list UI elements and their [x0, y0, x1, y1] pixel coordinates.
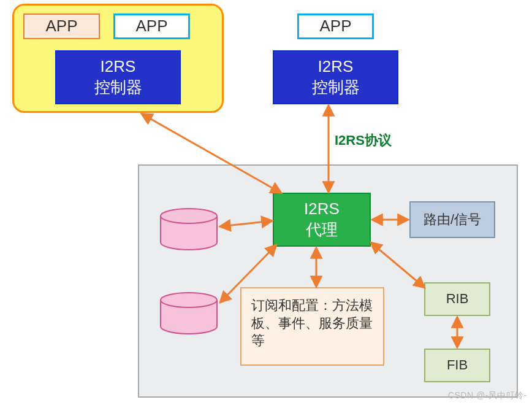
- i2rs-controller-left: I2RS 控制器: [55, 50, 181, 104]
- rib-label: RIB: [446, 290, 469, 308]
- ctrl-line1: I2RS: [101, 57, 136, 75]
- app-box-3: APP: [297, 14, 374, 39]
- app-box-1: APP: [23, 14, 100, 39]
- routing-signaling-box: 路由/信号: [409, 201, 495, 238]
- fib-label: FIB: [447, 357, 468, 374]
- subscription-box: 订阅和配置：方法模板、事件、服务质量等: [240, 287, 384, 366]
- ctrl-line2: 控制器: [94, 78, 142, 96]
- rib-box: RIB: [424, 282, 490, 316]
- i2rs-agent: I2RS 代理: [273, 193, 371, 247]
- topology-label: 拓扑: [176, 308, 203, 326]
- policy-label: 策略: [176, 223, 203, 242]
- app-label: APP: [45, 16, 77, 37]
- i2rs-controller-right: I2RS 控制器: [273, 50, 398, 104]
- watermark: CSDN @-风中叮铃-: [448, 390, 527, 401]
- app-box-2: APP: [113, 14, 190, 39]
- subscription-text: 订阅和配置：方法模板、事件、服务质量等: [251, 297, 373, 350]
- agent-line1: I2RS: [304, 199, 340, 218]
- i2rs-protocol-label: I2RS协议: [335, 131, 392, 150]
- app-label: APP: [135, 16, 167, 37]
- app-label: APP: [319, 16, 351, 37]
- agent-line2: 代理: [306, 220, 338, 239]
- ctrl-line2: 控制器: [312, 78, 360, 96]
- routing-label: 路由/信号: [424, 211, 481, 229]
- ctrl-line1: I2RS: [318, 57, 354, 75]
- fib-box: FIB: [424, 349, 490, 382]
